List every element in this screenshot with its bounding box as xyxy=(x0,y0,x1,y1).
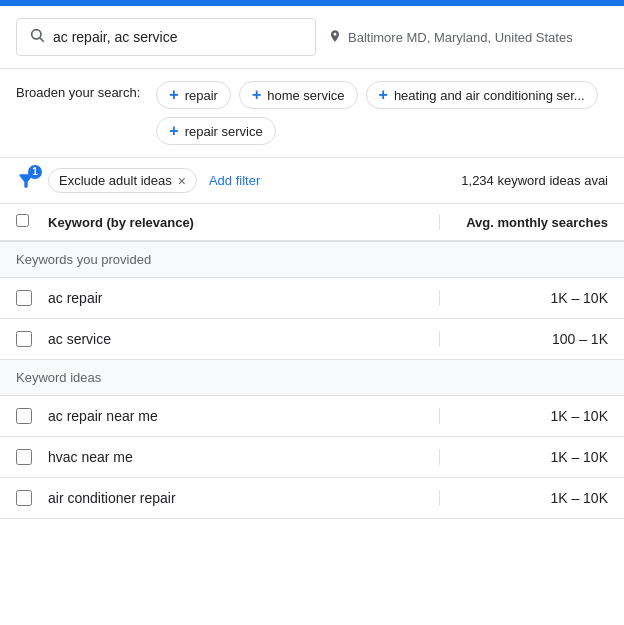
location-box: Baltimore MD, Maryland, United States xyxy=(316,21,608,54)
broaden-section: Broaden your search: + repair + home ser… xyxy=(0,69,624,158)
location-text: Baltimore MD, Maryland, United States xyxy=(348,30,573,45)
broaden-tag-repair-service[interactable]: + repair service xyxy=(156,117,275,145)
header-keyword: Keyword (by relevance) xyxy=(48,215,431,230)
monthly-text: 1K – 10K xyxy=(448,408,608,424)
exclude-adult-chip: Exclude adult ideas × xyxy=(48,168,197,193)
row-checkbox-cell xyxy=(16,331,48,347)
svg-line-1 xyxy=(40,38,44,42)
table-row: ac repair near me 1K – 10K xyxy=(0,396,624,437)
location-icon xyxy=(328,29,342,46)
row-checkbox-hvac-near-me[interactable] xyxy=(16,449,32,465)
broaden-label: Broaden your search: xyxy=(16,81,140,100)
svg-point-0 xyxy=(32,30,41,39)
row-checkbox-ac-repair-near-me[interactable] xyxy=(16,408,32,424)
row-checkbox-cell xyxy=(16,290,48,306)
search-box[interactable]: ac repair, ac service xyxy=(16,18,316,56)
exclude-adult-close-icon[interactable]: × xyxy=(178,174,186,188)
broaden-tag-repair[interactable]: + repair xyxy=(156,81,231,109)
row-checkbox-ac-repair[interactable] xyxy=(16,290,32,306)
row-divider xyxy=(439,290,440,306)
keyword-text: air conditioner repair xyxy=(48,490,431,506)
keyword-text: ac repair near me xyxy=(48,408,431,424)
table-row: ac service 100 – 1K xyxy=(0,319,624,360)
exclude-adult-label: Exclude adult ideas xyxy=(59,173,172,188)
filter-row: 1 Exclude adult ideas × Add filter 1,234… xyxy=(0,158,624,204)
filter-icon-wrap[interactable]: 1 xyxy=(16,171,36,191)
row-divider xyxy=(439,490,440,506)
column-divider xyxy=(439,214,440,230)
row-divider xyxy=(439,449,440,465)
row-divider xyxy=(439,408,440,424)
row-checkbox-cell xyxy=(16,408,48,424)
search-row: ac repair, ac service Baltimore MD, Mary… xyxy=(0,6,624,69)
monthly-text: 100 – 1K xyxy=(448,331,608,347)
keyword-count: 1,234 keyword ideas avai xyxy=(461,173,608,188)
select-all-checkbox[interactable] xyxy=(16,214,29,227)
section-ideas-label: Keyword ideas xyxy=(0,360,624,396)
row-checkbox-ac-service[interactable] xyxy=(16,331,32,347)
row-divider xyxy=(439,331,440,347)
table-row: ac repair 1K – 10K xyxy=(0,278,624,319)
plus-icon-heating-ac: + xyxy=(379,86,388,104)
broaden-tag-repair-label: repair xyxy=(185,88,218,103)
broaden-tag-home-service[interactable]: + home service xyxy=(239,81,358,109)
table-row: hvac near me 1K – 10K xyxy=(0,437,624,478)
broaden-tags: + repair + home service + heating and ai… xyxy=(156,81,608,145)
monthly-text: 1K – 10K xyxy=(448,449,608,465)
plus-icon-home-service: + xyxy=(252,86,261,104)
header-monthly: Avg. monthly searches xyxy=(448,215,608,230)
section-provided-label: Keywords you provided xyxy=(0,242,624,278)
table-header: Keyword (by relevance) Avg. monthly sear… xyxy=(0,204,624,242)
monthly-text: 1K – 10K xyxy=(448,490,608,506)
keyword-text: ac repair xyxy=(48,290,431,306)
broaden-tag-home-service-label: home service xyxy=(267,88,344,103)
add-filter-button[interactable]: Add filter xyxy=(209,173,260,188)
broaden-tag-repair-service-label: repair service xyxy=(185,124,263,139)
row-checkbox-cell xyxy=(16,449,48,465)
row-checkbox-cell xyxy=(16,490,48,506)
monthly-text: 1K – 10K xyxy=(448,290,608,306)
header-checkbox-cell xyxy=(16,214,48,230)
plus-icon-repair: + xyxy=(169,86,178,104)
keyword-text: ac service xyxy=(48,331,431,347)
broaden-tag-heating-ac[interactable]: + heating and air conditioning ser... xyxy=(366,81,598,109)
keyword-text: hvac near me xyxy=(48,449,431,465)
broaden-tag-heating-ac-label: heating and air conditioning ser... xyxy=(394,88,585,103)
filter-badge: 1 xyxy=(28,165,42,179)
search-query-text: ac repair, ac service xyxy=(53,29,178,45)
table-row: air conditioner repair 1K – 10K xyxy=(0,478,624,519)
row-checkbox-air-conditioner-repair[interactable] xyxy=(16,490,32,506)
plus-icon-repair-service: + xyxy=(169,122,178,140)
search-icon xyxy=(29,27,45,47)
